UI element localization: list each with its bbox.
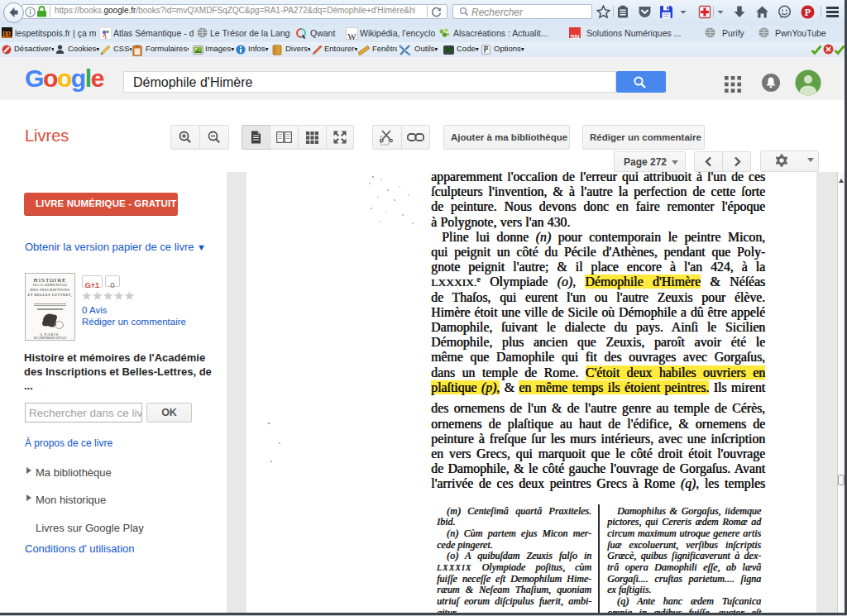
svg-text:P: P	[805, 7, 811, 18]
